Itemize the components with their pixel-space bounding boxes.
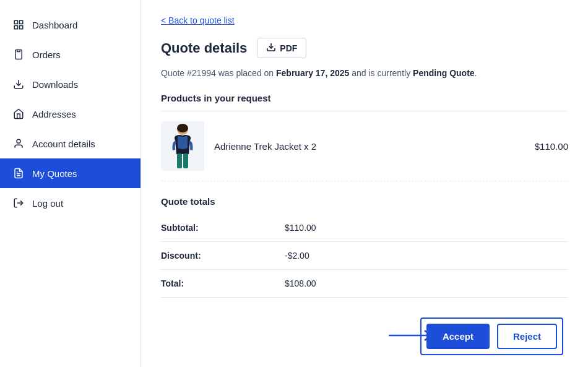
totals-section-title: Quote totals — [161, 196, 568, 207]
download-icon — [12, 78, 25, 90]
grid-icon — [12, 19, 25, 31]
sidebar-item-label: Dashboard — [32, 20, 77, 30]
totals-section: Quote totals Subtotal: $110.00 Discount:… — [161, 196, 568, 298]
svg-point-6 — [17, 139, 20, 143]
user-icon — [12, 137, 25, 150]
sidebar-item-logout[interactable]: Log out — [0, 188, 141, 218]
subtotal-row: Subtotal: $110.00 — [161, 214, 568, 242]
subtotal-value: $110.00 — [285, 223, 316, 233]
quote-meta-suffix: . — [475, 68, 477, 78]
sidebar-item-orders[interactable]: Orders — [0, 40, 141, 69]
buttons-container: Accept Reject — [420, 317, 563, 355]
quote-meta-middle: and is currently — [349, 68, 413, 78]
main-content: < Back to quote list Quote details PDF Q… — [141, 0, 588, 367]
total-label: Total: — [161, 278, 285, 288]
quote-meta-status: Pending Quote — [413, 68, 475, 78]
svg-rect-0 — [14, 20, 17, 24]
sidebar-item-label: Account details — [32, 139, 95, 149]
sidebar-item-label: Orders — [32, 50, 61, 60]
product-name: Adrienne Trek Jacket x 2 — [214, 141, 525, 152]
actions-row: Accept Reject — [161, 317, 568, 355]
sidebar-item-dashboard[interactable]: Dashboard — [0, 10, 141, 40]
discount-row: Discount: -$2.00 — [161, 242, 568, 270]
sidebar-item-label: Downloads — [32, 79, 78, 90]
quote-meta: Quote #21994 was placed on February 17, … — [161, 68, 568, 78]
sidebar-item-label: My Quotes — [32, 168, 77, 179]
back-to-quote-list-link[interactable]: < Back to quote list — [161, 15, 235, 25]
product-price: $110.00 — [535, 141, 568, 152]
svg-rect-2 — [14, 26, 17, 29]
discount-value: -$2.00 — [285, 251, 309, 261]
sidebar-item-downloads[interactable]: Downloads — [0, 69, 141, 99]
svg-rect-1 — [20, 20, 23, 24]
discount-label: Discount: — [161, 251, 285, 261]
product-image — [161, 121, 204, 171]
total-row: Total: $108.00 — [161, 270, 568, 298]
home-icon — [12, 108, 25, 120]
svg-rect-14 — [183, 153, 188, 168]
quote-meta-date: February 17, 2025 — [276, 68, 349, 78]
subtotal-label: Subtotal: — [161, 223, 285, 233]
clipboard-icon — [12, 48, 25, 61]
sidebar-item-my-quotes[interactable]: My Quotes — [0, 158, 141, 188]
sidebar-item-addresses[interactable]: Addresses — [0, 99, 141, 129]
svg-point-12 — [177, 124, 188, 132]
products-section-title: Products in your request — [161, 93, 568, 103]
total-value: $108.00 — [285, 278, 316, 288]
svg-rect-3 — [20, 26, 23, 29]
product-row: Adrienne Trek Jacket x 2 $110.00 — [161, 111, 568, 181]
pdf-download-icon — [266, 42, 276, 54]
sidebar-item-label: Log out — [32, 198, 63, 209]
sidebar: Dashboard Orders Downloads Addre — [0, 0, 141, 367]
document-icon — [12, 167, 25, 179]
pdf-button-label: PDF — [280, 43, 297, 53]
sidebar-item-label: Addresses — [32, 109, 76, 119]
reject-button[interactable]: Reject — [497, 324, 557, 349]
svg-rect-13 — [177, 153, 182, 168]
quote-header: Quote details PDF — [161, 38, 568, 58]
quote-meta-prefix: Quote #21994 was placed on — [161, 68, 276, 78]
logout-icon — [12, 197, 25, 209]
sidebar-item-account-details[interactable]: Account details — [0, 129, 141, 158]
pdf-button[interactable]: PDF — [257, 38, 306, 58]
quote-details-title: Quote details — [161, 40, 247, 56]
arrow-indicator — [389, 328, 438, 345]
